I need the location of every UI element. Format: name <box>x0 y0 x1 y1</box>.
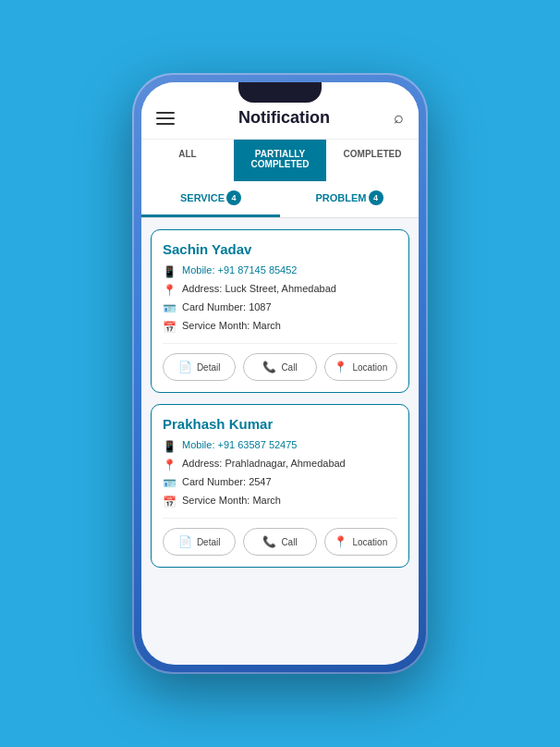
status-tab-bar: ALL PARTIALLYCOMPLETED COMPLETED <box>141 140 419 181</box>
problem-badge: 4 <box>369 190 383 205</box>
map-icon-2: 📍 <box>334 535 347 548</box>
tab-completed[interactable]: COMPLETED <box>326 140 419 181</box>
card1-detail-label: Detail <box>197 362 221 373</box>
card1-name: Sachin Yadav <box>163 241 397 257</box>
card2-address-row: 📍 Address: Prahladnagar, Ahmedabad <box>163 458 397 471</box>
card-icon: 🪪 <box>163 302 177 315</box>
card1-card-number: Card Number: 1087 <box>182 301 272 312</box>
card2-actions: 📄 Detail 📞 Call 📍 Location <box>163 518 397 556</box>
card2-detail-button[interactable]: 📄 Detail <box>163 528 236 556</box>
card1-address: Address: Luck Street, Ahmedabad <box>182 283 336 294</box>
card2-card-row: 🪪 Card Number: 2547 <box>163 476 397 490</box>
cards-list: Sachin Yadav 📱 Mobile: +91 87145 85452 📍… <box>141 218 419 665</box>
calendar-icon: 📅 <box>163 321 177 334</box>
detail-icon: 📄 <box>178 361 192 374</box>
phone-frame: Notification ⌕ ALL PARTIALLYCOMPLETED CO… <box>132 73 428 674</box>
page-title: Notification <box>238 108 330 128</box>
card2-address: Address: Prahladnagar, Ahmedabad <box>182 458 346 469</box>
calendar-icon-2: 📅 <box>163 496 177 508</box>
card1-call-label: Call <box>281 362 297 373</box>
detail-icon-2: 📄 <box>178 535 192 548</box>
type-tab-bar: SERVICE 4 PROBLEM 4 <box>141 181 419 218</box>
card1-mobile-row: 📱 Mobile: +91 87145 85452 <box>163 264 397 278</box>
card2-name: Prakhash Kumar <box>163 416 397 432</box>
tab-partially-completed[interactable]: PARTIALLYCOMPLETED <box>234 140 326 181</box>
location-pin-icon: 📍 <box>163 284 177 297</box>
card1-call-button[interactable]: 📞 Call <box>243 353 316 381</box>
card1-address-row: 📍 Address: Luck Street, Ahmedabad <box>163 283 397 297</box>
problem-tab-label: PROBLEM <box>316 192 367 203</box>
card1-card-row: 🪪 Card Number: 1087 <box>163 301 397 315</box>
card2-service-month: Service Month: March <box>182 495 281 506</box>
service-badge: 4 <box>226 190 241 205</box>
card2-call-button[interactable]: 📞 Call <box>243 528 316 556</box>
card-prakhash-kumar: Prakhash Kumar 📱 Mobile: +91 63587 52475… <box>151 404 409 568</box>
card1-location-button[interactable]: 📍 Location <box>324 353 397 381</box>
tab-service[interactable]: SERVICE 4 <box>141 181 280 217</box>
tab-problem[interactable]: PROBLEM 4 <box>280 181 419 217</box>
card1-actions: 📄 Detail 📞 Call 📍 Location <box>163 343 397 381</box>
phone-notch <box>238 82 322 103</box>
card1-mobile: Mobile: +91 87145 85452 <box>182 264 297 276</box>
menu-icon[interactable] <box>156 112 175 125</box>
phone-screen: Notification ⌕ ALL PARTIALLYCOMPLETED CO… <box>141 82 419 665</box>
card2-mobile-row: 📱 Mobile: +91 63587 52475 <box>163 439 397 453</box>
card2-detail-label: Detail <box>197 537 221 547</box>
mobile-icon: 📱 <box>163 265 177 278</box>
card2-info: 📱 Mobile: +91 63587 52475 📍 Address: Pra… <box>163 439 397 508</box>
map-icon: 📍 <box>334 361 347 374</box>
location-pin-icon-2: 📍 <box>163 459 177 471</box>
tab-all[interactable]: ALL <box>141 140 234 181</box>
card1-info: 📱 Mobile: +91 87145 85452 📍 Address: Luc… <box>163 264 397 334</box>
search-icon[interactable]: ⌕ <box>394 108 404 128</box>
card2-mobile: Mobile: +91 63587 52475 <box>182 439 297 450</box>
card2-month-row: 📅 Service Month: March <box>163 495 397 508</box>
card2-call-label: Call <box>281 537 297 547</box>
mobile-icon-2: 📱 <box>163 440 177 453</box>
card-icon-2: 🪪 <box>163 477 177 490</box>
call-icon: 📞 <box>262 361 276 374</box>
card1-detail-button[interactable]: 📄 Detail <box>163 353 236 381</box>
call-icon-2: 📞 <box>262 535 276 548</box>
card-sachin-yadav: Sachin Yadav 📱 Mobile: +91 87145 85452 📍… <box>151 229 409 393</box>
card1-service-month: Service Month: March <box>182 320 281 331</box>
card1-month-row: 📅 Service Month: March <box>163 320 397 334</box>
card2-location-label: Location <box>352 537 387 547</box>
card2-location-button[interactable]: 📍 Location <box>324 528 397 556</box>
card1-location-label: Location <box>352 362 387 373</box>
card2-card-number: Card Number: 2547 <box>182 476 272 487</box>
service-tab-label: SERVICE <box>180 192 225 203</box>
